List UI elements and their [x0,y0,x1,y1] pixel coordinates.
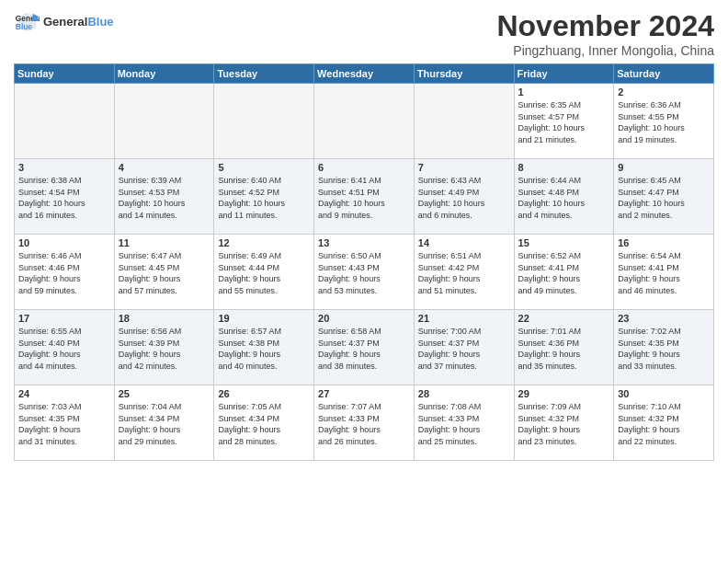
logo-blue: Blue [87,15,113,29]
day-info: Sunrise: 6:40 AM Sunset: 4:52 PM Dayligh… [218,175,310,221]
calendar-cell: 5Sunrise: 6:40 AM Sunset: 4:52 PM Daylig… [214,159,314,235]
day-number: 11 [119,237,210,248]
day-number: 16 [618,237,710,248]
calendar-cell: 2Sunrise: 6:36 AM Sunset: 4:55 PM Daylig… [614,84,714,159]
calendar-cell: 21Sunrise: 7:00 AM Sunset: 4:37 PM Dayli… [414,310,514,385]
day-info: Sunrise: 6:45 AM Sunset: 4:47 PM Dayligh… [618,175,710,221]
day-info: Sunrise: 7:01 AM Sunset: 4:36 PM Dayligh… [518,326,610,372]
day-number: 26 [218,388,310,399]
day-info: Sunrise: 7:05 AM Sunset: 4:34 PM Dayligh… [218,401,310,447]
day-number: 2 [618,86,710,98]
calendar-cell: 17Sunrise: 6:55 AM Sunset: 4:40 PM Dayli… [15,310,115,385]
month-title: November 2024 [496,9,714,43]
calendar-cell: 6Sunrise: 6:41 AM Sunset: 4:51 PM Daylig… [314,159,415,235]
calendar-cell: 15Sunrise: 6:52 AM Sunset: 4:41 PM Dayli… [514,235,614,310]
calendar-header-row: SundayMondayTuesdayWednesdayThursdayFrid… [15,64,714,84]
logo-general: General [43,15,87,29]
weekday-header: Thursday [414,64,514,84]
location: Pingzhuang, Inner Mongolia, China [496,43,714,58]
day-number: 27 [318,388,410,399]
calendar-cell: 22Sunrise: 7:01 AM Sunset: 4:36 PM Dayli… [514,310,614,385]
day-info: Sunrise: 6:57 AM Sunset: 4:38 PM Dayligh… [218,326,310,372]
day-number: 18 [119,313,210,324]
day-number: 29 [518,388,610,399]
day-number: 20 [318,313,410,324]
day-info: Sunrise: 6:47 AM Sunset: 4:45 PM Dayligh… [119,250,210,296]
calendar-cell: 11Sunrise: 6:47 AM Sunset: 4:45 PM Dayli… [114,235,214,310]
calendar-cell: 13Sunrise: 6:50 AM Sunset: 4:43 PM Dayli… [314,235,415,310]
calendar-cell: 3Sunrise: 6:38 AM Sunset: 4:54 PM Daylig… [15,159,115,235]
day-number: 7 [418,162,510,173]
day-number: 9 [618,162,710,173]
calendar-cell: 26Sunrise: 7:05 AM Sunset: 4:34 PM Dayli… [214,385,314,461]
day-number: 23 [618,313,710,324]
day-info: Sunrise: 7:10 AM Sunset: 4:32 PM Dayligh… [618,401,710,447]
calendar-week-row: 24Sunrise: 7:03 AM Sunset: 4:35 PM Dayli… [15,385,714,461]
day-info: Sunrise: 7:02 AM Sunset: 4:35 PM Dayligh… [618,326,710,372]
calendar-cell [314,84,415,159]
day-number: 3 [18,162,110,173]
day-info: Sunrise: 7:09 AM Sunset: 4:32 PM Dayligh… [518,401,610,447]
weekday-header: Saturday [614,64,714,84]
calendar-week-row: 10Sunrise: 6:46 AM Sunset: 4:46 PM Dayli… [15,235,714,310]
day-info: Sunrise: 6:49 AM Sunset: 4:44 PM Dayligh… [218,250,310,296]
calendar-cell: 24Sunrise: 7:03 AM Sunset: 4:35 PM Dayli… [15,385,115,461]
day-number: 15 [518,237,610,248]
logo-text: GeneralBlue [43,15,114,29]
calendar-cell: 16Sunrise: 6:54 AM Sunset: 4:41 PM Dayli… [614,235,714,310]
calendar-week-row: 17Sunrise: 6:55 AM Sunset: 4:40 PM Dayli… [15,310,714,385]
day-number: 1 [518,86,610,98]
weekday-header: Friday [514,64,614,84]
calendar-cell: 28Sunrise: 7:08 AM Sunset: 4:33 PM Dayli… [414,385,514,461]
day-number: 13 [318,237,410,248]
day-info: Sunrise: 7:03 AM Sunset: 4:35 PM Dayligh… [18,401,110,447]
calendar-cell: 4Sunrise: 6:39 AM Sunset: 4:53 PM Daylig… [114,159,214,235]
svg-text:Blue: Blue [16,22,32,31]
day-info: Sunrise: 7:04 AM Sunset: 4:34 PM Dayligh… [119,401,210,447]
day-number: 5 [218,162,310,173]
calendar-cell: 30Sunrise: 7:10 AM Sunset: 4:32 PM Dayli… [614,385,714,461]
day-number: 6 [318,162,410,173]
day-info: Sunrise: 7:08 AM Sunset: 4:33 PM Dayligh… [418,401,510,447]
day-info: Sunrise: 7:00 AM Sunset: 4:37 PM Dayligh… [418,326,510,372]
day-number: 19 [218,313,310,324]
day-info: Sunrise: 6:51 AM Sunset: 4:42 PM Dayligh… [418,250,510,296]
weekday-header: Wednesday [314,64,415,84]
calendar-cell: 25Sunrise: 7:04 AM Sunset: 4:34 PM Dayli… [114,385,214,461]
title-block: November 2024 Pingzhuang, Inner Mongolia… [496,9,714,58]
day-info: Sunrise: 6:46 AM Sunset: 4:46 PM Dayligh… [18,250,110,296]
calendar-cell: 19Sunrise: 6:57 AM Sunset: 4:38 PM Dayli… [214,310,314,385]
day-info: Sunrise: 6:44 AM Sunset: 4:48 PM Dayligh… [518,175,610,221]
day-number: 14 [418,237,510,248]
day-info: Sunrise: 6:54 AM Sunset: 4:41 PM Dayligh… [618,250,710,296]
logo-icon: General Blue [14,9,40,35]
weekday-header: Tuesday [214,64,314,84]
day-number: 8 [518,162,610,173]
day-number: 24 [18,388,110,399]
calendar-cell: 14Sunrise: 6:51 AM Sunset: 4:42 PM Dayli… [414,235,514,310]
calendar-cell: 18Sunrise: 6:56 AM Sunset: 4:39 PM Dayli… [114,310,214,385]
calendar-cell: 29Sunrise: 7:09 AM Sunset: 4:32 PM Dayli… [514,385,614,461]
day-number: 25 [119,388,210,399]
calendar-cell [214,84,314,159]
day-info: Sunrise: 6:43 AM Sunset: 4:49 PM Dayligh… [418,175,510,221]
calendar-cell: 23Sunrise: 7:02 AM Sunset: 4:35 PM Dayli… [614,310,714,385]
day-info: Sunrise: 6:41 AM Sunset: 4:51 PM Dayligh… [318,175,410,221]
calendar-cell: 8Sunrise: 6:44 AM Sunset: 4:48 PM Daylig… [514,159,614,235]
day-info: Sunrise: 6:50 AM Sunset: 4:43 PM Dayligh… [318,250,410,296]
day-info: Sunrise: 6:39 AM Sunset: 4:53 PM Dayligh… [119,175,210,221]
calendar-cell: 1Sunrise: 6:35 AM Sunset: 4:57 PM Daylig… [514,84,614,159]
weekday-header: Monday [114,64,214,84]
day-info: Sunrise: 6:56 AM Sunset: 4:39 PM Dayligh… [119,326,210,372]
calendar-cell [414,84,514,159]
calendar-cell: 7Sunrise: 6:43 AM Sunset: 4:49 PM Daylig… [414,159,514,235]
calendar-cell: 27Sunrise: 7:07 AM Sunset: 4:33 PM Dayli… [314,385,415,461]
day-info: Sunrise: 6:58 AM Sunset: 4:37 PM Dayligh… [318,326,410,372]
day-info: Sunrise: 6:52 AM Sunset: 4:41 PM Dayligh… [518,250,610,296]
day-info: Sunrise: 6:38 AM Sunset: 4:54 PM Dayligh… [18,175,110,221]
day-info: Sunrise: 6:35 AM Sunset: 4:57 PM Dayligh… [518,99,610,145]
day-number: 22 [518,313,610,324]
day-info: Sunrise: 6:55 AM Sunset: 4:40 PM Dayligh… [18,326,110,372]
calendar-cell [114,84,214,159]
day-number: 21 [418,313,510,324]
